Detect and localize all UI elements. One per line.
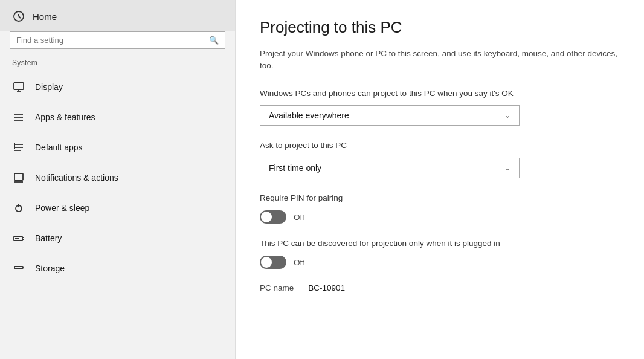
sidebar-item-default-apps[interactable]: Default apps	[0, 132, 235, 163]
system-section-label: System	[0, 56, 235, 72]
svg-rect-15	[14, 173, 23, 180]
toggle2-row: Off	[260, 256, 620, 269]
plugged-in-label: This PC can be discovered for projection…	[260, 238, 620, 250]
sidebar-item-display[interactable]: Display	[0, 72, 235, 102]
dropdown2-value: First time only	[269, 163, 321, 173]
display-label: Display	[35, 82, 63, 92]
sidebar-item-home[interactable]: Home	[0, 0, 235, 31]
storage-icon	[12, 262, 25, 275]
search-icon: 🔍	[209, 36, 219, 45]
chevron-down-icon: ⌄	[504, 164, 510, 172]
notifications-icon	[12, 171, 25, 184]
pc-name-key: PC name	[260, 283, 294, 293]
home-icon	[12, 10, 25, 23]
dropdown1-value: Available everywhere	[269, 111, 349, 120]
power-icon	[12, 201, 25, 215]
sidebar-item-notifications[interactable]: Notifications & actions	[0, 163, 235, 193]
notifications-label: Notifications & actions	[35, 173, 118, 183]
require-pin-label: Require PIN for pairing	[260, 193, 620, 204]
sidebar-item-storage[interactable]: Storage	[0, 253, 235, 283]
page-description: Project your Windows phone or PC to this…	[260, 48, 620, 73]
require-pin-section: Require PIN for pairing Off	[260, 193, 620, 224]
page-title: Projecting to this PC	[260, 18, 620, 37]
require-pin-toggle[interactable]	[260, 210, 286, 224]
section2-label: Ask to project to this PC	[260, 140, 620, 152]
apps-icon	[12, 111, 25, 124]
monitor-icon	[12, 80, 25, 94]
search-box[interactable]: 🔍	[10, 31, 225, 49]
toggle1-label: Off	[294, 213, 304, 222]
svg-rect-23	[14, 267, 23, 268]
sidebar-item-battery[interactable]: Battery	[0, 223, 235, 253]
svg-rect-3	[14, 83, 24, 89]
apps-features-label: Apps & features	[35, 112, 95, 122]
main-content: Projecting to this PC Project your Windo…	[236, 0, 644, 359]
chevron-down-icon: ⌄	[504, 111, 510, 120]
section1-label: Windows PCs and phones can project to th…	[260, 88, 620, 100]
sidebar-item-apps-features[interactable]: Apps & features	[0, 102, 235, 132]
default-apps-label: Default apps	[35, 143, 83, 152]
toggle2-label: Off	[294, 258, 304, 267]
home-label: Home	[33, 11, 57, 22]
plugged-in-section: This PC can be discovered for projection…	[260, 238, 620, 269]
power-sleep-label: Power & sleep	[35, 203, 89, 213]
toggle1-row: Off	[260, 210, 620, 224]
storage-label: Storage	[35, 264, 65, 273]
svg-rect-22	[15, 238, 19, 239]
toggle1-knob	[261, 212, 272, 222]
svg-line-2	[19, 16, 21, 18]
dropdown1-section: Windows PCs and phones can project to th…	[260, 88, 620, 126]
battery-label: Battery	[35, 233, 62, 243]
first-time-only-dropdown[interactable]: First time only ⌄	[260, 158, 520, 178]
sidebar-item-power-sleep[interactable]: Power & sleep	[0, 193, 235, 223]
search-input[interactable]	[16, 36, 209, 45]
default-apps-icon	[12, 141, 25, 154]
pc-name-row: PC name BC-10901	[260, 283, 620, 293]
sidebar: Home 🔍 System Display	[0, 0, 236, 359]
available-everywhere-dropdown[interactable]: Available everywhere ⌄	[260, 105, 520, 126]
battery-icon	[12, 231, 25, 245]
pc-name-value: BC-10901	[308, 283, 345, 293]
dropdown2-section: Ask to project to this PC First time onl…	[260, 140, 620, 178]
plugged-in-toggle[interactable]	[260, 256, 286, 269]
toggle2-knob	[261, 257, 272, 268]
